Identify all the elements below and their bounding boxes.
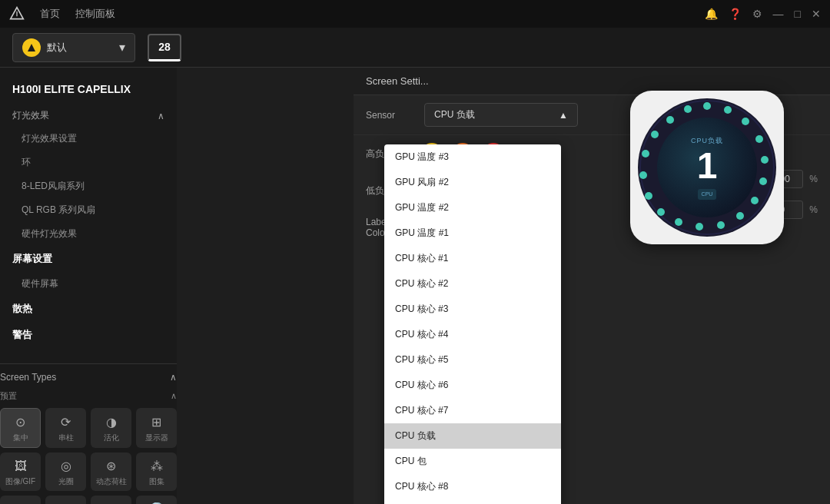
icon-empty[interactable]: ∅ 空	[45, 496, 86, 504]
minimize-button[interactable]: —	[773, 8, 784, 20]
sidebar-screen-settings[interactable]: 屏幕设置	[0, 246, 177, 272]
dropdown-item-gpu-temp3[interactable]: GPU 温度 #3	[384, 144, 561, 170]
display-outer: CPU负载 1 CPU	[630, 91, 784, 244]
corsair-logo	[9, 6, 25, 22]
activate-label: 活化	[104, 433, 119, 443]
sidebar-hardware-screen[interactable]: 硬件屏幕	[0, 272, 177, 296]
preview-display: CPU负载 1 CPU	[630, 91, 784, 244]
topbar: 默认 ▾ 28	[0, 28, 830, 68]
activate-icon: ◑	[106, 415, 117, 429]
svg-point-17	[651, 131, 659, 138]
sidebar-ring[interactable]: 环	[0, 151, 177, 174]
dropdown-item-gpu-temp1[interactable]: GPU 温度 #1	[384, 220, 561, 246]
main-layout: H100I ELITE CAPELLIX 灯光效果 ∧ 灯光效果设置 环 8-L…	[0, 68, 830, 504]
sidebar: H100I ELITE CAPELLIX 灯光效果 ∧ 灯光效果设置 环 8-L…	[0, 68, 177, 504]
titlebar: 首页 控制面板 🔔 ❓ ⚙ — □ ✕	[0, 0, 830, 28]
aperture-label: 光圈	[58, 476, 74, 487]
icon-image-gif[interactable]: 🖼 图像/GIF	[0, 453, 41, 491]
display-inner: CPU负载 1 CPU	[657, 118, 757, 217]
svg-point-10	[717, 221, 725, 229]
profile-name: 默认	[47, 41, 113, 55]
icon-focus[interactable]: ⊙ 集中	[0, 408, 41, 448]
dynamic-icon: ⊛	[106, 459, 116, 473]
svg-point-16	[642, 150, 649, 158]
bar-label: 串柱	[58, 433, 74, 443]
icon-turbine[interactable]: ⟲ 涡轮	[91, 496, 131, 504]
sidebar-hardware-lighting[interactable]: 硬件灯光效果	[0, 222, 177, 246]
chevron-up-icon: ∧	[158, 111, 164, 121]
dropdown-item-cpu-package[interactable]: CPU 包	[384, 449, 561, 474]
svg-point-19	[684, 105, 692, 113]
icon-bar[interactable]: ⟳ 串柱	[45, 408, 86, 448]
settings-icon[interactable]: ⚙	[752, 8, 762, 20]
titlebar-right: 🔔 ❓ ⚙ — □ ✕	[705, 8, 821, 20]
sidebar-cooling[interactable]: 散热	[0, 296, 177, 322]
sensor-select[interactable]: CPU 负载 ▲	[424, 103, 578, 127]
monitor-label: 显示器	[145, 433, 168, 443]
image-icon: 🖼	[15, 459, 27, 473]
icon-activate[interactable]: ◑ 活化	[91, 408, 131, 448]
preset-label: 预置 ∧	[0, 390, 177, 402]
tab-28[interactable]: 28	[148, 34, 181, 61]
display-ring: CPU负载 1 CPU	[638, 98, 776, 237]
icon-clock[interactable]: 🕐 时钟	[136, 496, 177, 504]
profile-selector[interactable]: 默认 ▾	[12, 33, 135, 62]
focus-label: 集中	[13, 433, 28, 443]
dropdown-item-cpu-core5[interactable]: CPU 核心 #5	[384, 347, 561, 373]
svg-point-12	[675, 218, 682, 226]
dropdown-item-cpu-load[interactable]: CPU 负载	[384, 423, 561, 449]
collection-label: 图集	[149, 476, 164, 487]
notification-icon[interactable]: 🔔	[705, 8, 718, 20]
lighting-group[interactable]: 灯光效果 ∧	[0, 104, 177, 127]
dropdown-item-cpu-core3[interactable]: CPU 核心 #3	[384, 297, 561, 322]
svg-point-5	[755, 135, 763, 143]
profile-dropdown-icon: ▾	[119, 40, 125, 55]
cpu-icon-small: CPU	[698, 189, 716, 200]
icon-double[interactable]: ↻ 双圭	[0, 496, 41, 504]
dropdown-item-cpu-core9[interactable]: CPU 核心 #9	[384, 499, 561, 504]
maximize-button[interactable]: □	[795, 8, 801, 20]
icon-grid: ⊙ 集中 ⟳ 串柱 ◑ 活化 ⊞ 显示器 🖼 图像/GIF	[0, 408, 177, 504]
icon-aperture[interactable]: ◎ 光圈	[45, 453, 86, 491]
dynamic-label: 动态荷柱	[96, 476, 127, 487]
sidebar-alert[interactable]: 警告	[0, 322, 177, 348]
dropdown-item-gpu-fan2[interactable]: GPU 风扇 #2	[384, 170, 561, 195]
screen-types-title: Screen Types ∧	[0, 372, 177, 383]
min-percent-unit: %	[809, 204, 818, 215]
icon-dynamic[interactable]: ⊛ 动态荷柱	[91, 453, 131, 491]
icon-collection[interactable]: ⁂ 图集	[136, 453, 177, 491]
device-title: H100I ELITE CAPELLIX	[0, 77, 177, 104]
display-label: CPU负载	[691, 136, 723, 146]
display-number: 1	[697, 148, 718, 184]
sensor-label: Sensor	[366, 110, 412, 121]
dropdown-item-cpu-core4[interactable]: CPU 核心 #4	[384, 322, 561, 347]
titlebar-nav: 首页 控制面板	[40, 7, 115, 21]
svg-point-2	[703, 102, 711, 110]
dropdown-item-cpu-core8[interactable]: CPU 核心 #8	[384, 474, 561, 499]
chevron-up-icon-2: ∧	[170, 372, 177, 383]
sidebar-ql-rgb[interactable]: QL RGB 系列风扇	[0, 198, 177, 222]
aperture-icon: ◎	[61, 459, 71, 473]
svg-point-9	[736, 212, 744, 220]
focus-icon: ⊙	[15, 415, 25, 429]
max-percent-unit: %	[809, 174, 818, 184]
svg-point-15	[639, 171, 647, 179]
content-area: Screen Setti... Sensor CPU 负载 ▲ 高负载	[177, 68, 830, 504]
profile-icon	[22, 38, 41, 57]
sidebar-lighting-settings[interactable]: 灯光效果设置	[0, 127, 177, 151]
dropdown-item-cpu-core7[interactable]: CPU 核心 #7	[384, 398, 561, 423]
dropdown-item-cpu-core6[interactable]: CPU 核心 #6	[384, 373, 561, 398]
sensor-value: CPU 负载	[434, 108, 475, 121]
image-label: 图像/GIF	[5, 476, 35, 487]
dropdown-item-cpu-core2[interactable]: CPU 核心 #2	[384, 271, 561, 297]
dropdown-item-gpu-temp2[interactable]: GPU 温度 #2	[384, 195, 561, 220]
monitor-icon: ⊞	[151, 415, 161, 429]
help-icon[interactable]: ❓	[729, 8, 742, 20]
dropdown-item-cpu-core1[interactable]: CPU 核心 #1	[384, 246, 561, 271]
icon-monitor[interactable]: ⊞ 显示器	[136, 408, 177, 448]
close-button[interactable]: ✕	[812, 8, 821, 20]
nav-control-panel[interactable]: 控制面板	[75, 7, 115, 21]
sidebar-8led-fan[interactable]: 8-LED风扇系列	[0, 174, 177, 198]
nav-home[interactable]: 首页	[40, 7, 60, 21]
svg-point-18	[666, 116, 674, 124]
